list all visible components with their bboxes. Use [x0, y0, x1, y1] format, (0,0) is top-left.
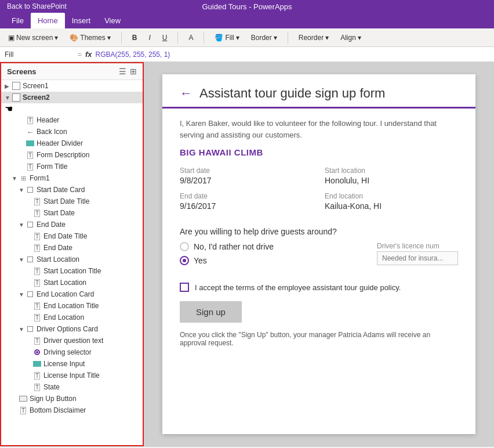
tree-item-formdescription[interactable]: ▶ T Form Description — [1, 149, 143, 161]
back-icon-icon: ← — [26, 127, 35, 136]
drive-radios: No, I'd rather not drive Yes — [180, 242, 365, 273]
drivingselector-label: Driving selector — [43, 348, 92, 356]
tree-item-headerdivider[interactable]: ▶ Header Divider — [1, 138, 143, 149]
tree-item-startdate[interactable]: ▶ T Start Date — [1, 207, 143, 219]
radio-no-label: No, I'd rather not drive — [194, 242, 274, 251]
border-button[interactable]: Border ▾ — [248, 32, 281, 43]
tree-item-licenseinputtitle[interactable]: ▶ T License Input Title — [1, 370, 143, 381]
font-color-button[interactable]: A — [185, 32, 197, 43]
bold-button[interactable]: B — [129, 32, 141, 43]
startdatetitle-label: Start Date Title — [43, 197, 89, 205]
fill-button[interactable]: 🪣 Fill ▾ — [211, 32, 242, 43]
reorder-button[interactable]: Reorder ▾ — [295, 32, 332, 43]
new-screen-icon: ▣ — [8, 34, 14, 42]
driverquestion-text-icon: T — [32, 336, 42, 345]
align-button[interactable]: Align ▾ — [337, 32, 365, 43]
tree-item-screen2[interactable]: ▼ Screen2 — [1, 92, 143, 103]
tree-item-startlocationtitle[interactable]: ▶ T Start Location Title — [1, 265, 143, 277]
disclaimer-text: Once you click the "Sign Up" button, you… — [180, 331, 458, 347]
italic-button[interactable]: I — [145, 32, 154, 43]
form-dates-grid: Start date 9/8/2017 Start location Honol… — [180, 167, 458, 218]
formula-bar: Fill = fx RGBA(255, 255, 255, 1) — [0, 47, 494, 62]
tree-item-endlocationtitle[interactable]: ▶ T End Location Title — [1, 300, 143, 312]
new-screen-button[interactable]: ▣ New screen ▾ — [5, 32, 61, 43]
screens-title: Screens — [7, 67, 37, 76]
property-selector[interactable]: Fill — [5, 50, 74, 59]
licence-input[interactable] — [377, 251, 458, 265]
screens-panel: Screens ☰ ⊞ ▶ Screen1 ▼ Screen2 ☚ — [0, 62, 144, 446]
tree-item-enddategroup[interactable]: ▼ End Date — [1, 219, 143, 230]
menu-insert[interactable]: Insert — [65, 13, 98, 28]
tree-item-header[interactable]: ▶ T Header — [1, 114, 143, 126]
tree-item-driverquestion[interactable]: ▶ T Driver question text — [1, 335, 143, 346]
formula-value[interactable]: RGBA(255, 255, 255, 1) — [96, 50, 170, 59]
grid-view-icon[interactable]: ⊞ — [130, 67, 137, 76]
formdescription-label: Form Description — [37, 151, 89, 159]
tree-item-startdatetitle[interactable]: ▶ T Start Date Title — [1, 196, 143, 207]
drive-row: No, I'd rather not drive Yes Driver's li… — [180, 242, 458, 273]
tree-item-enddate[interactable]: ▶ T End Date — [1, 242, 143, 254]
menu-view[interactable]: View — [97, 13, 128, 28]
terms-checkbox[interactable] — [180, 283, 189, 292]
start-location-value: Honolulu, HI — [325, 176, 458, 185]
drive-question: Are you willing to help drive guests aro… — [180, 227, 458, 236]
driving-selector-icon — [32, 348, 42, 357]
tree-item-backicon[interactable]: ▶ ← Back Icon — [1, 126, 143, 138]
licenseinputtitle-text-icon: T — [32, 371, 42, 380]
tree-item-formtitle[interactable]: ▶ T Form Title — [1, 161, 143, 172]
tree-item-screen1[interactable]: ▶ Screen1 — [1, 80, 143, 92]
fill-chevron-icon: ▾ — [236, 34, 239, 42]
radio-no-item[interactable]: No, I'd rather not drive — [180, 242, 365, 251]
end-location-label: End location — [325, 192, 458, 200]
terms-row[interactable]: I accept the terms of the employee assis… — [180, 283, 458, 292]
enddatetitle-text-icon: T — [32, 232, 42, 241]
menu-file[interactable]: File — [5, 13, 31, 28]
tree-item-licenseinput[interactable]: ▶ License Input — [1, 358, 143, 370]
formula-equals: = — [78, 50, 82, 59]
tree-item-drivingselector[interactable]: ▶ Driving selector — [1, 346, 143, 358]
underline-button[interactable]: U — [159, 32, 171, 43]
radio-yes-item[interactable]: Yes — [180, 256, 365, 265]
screen2-label: Screen2 — [23, 93, 50, 102]
tree-item-state[interactable]: ▶ T State — [1, 381, 143, 393]
licence-section: Driver's licence num — [377, 242, 458, 273]
menu-home[interactable]: Home — [31, 13, 65, 28]
toolbar-separator-2 — [177, 32, 178, 44]
tree-item-form1[interactable]: ▼ ⊞ Form1 — [1, 172, 143, 184]
radio-group: No, I'd rather not drive Yes — [180, 242, 365, 265]
themes-button[interactable]: 🎨 Themes ▾ — [66, 32, 114, 43]
startdatetitle-text-icon: T — [32, 197, 42, 206]
state-text-icon: T — [32, 382, 42, 392]
menu-bar: File Home Insert View — [0, 13, 494, 28]
headerdivider-label: Header Divider — [37, 139, 83, 147]
tree-item-enddatetitle[interactable]: ▶ T End Date Title — [1, 230, 143, 242]
driverquestion-label: Driver question text — [43, 337, 103, 345]
signup-button[interactable]: Sign up — [180, 301, 242, 323]
form1-icon: ⊞ — [19, 174, 28, 183]
formula-fx-icon: fx — [85, 50, 92, 59]
tree-item-endlocationcard[interactable]: ▼ End Location Card — [1, 288, 143, 300]
toolbar-separator-1 — [121, 32, 122, 44]
end-date-value: 9/16/2017 — [180, 201, 313, 211]
screen2-icon — [12, 93, 21, 102]
endlocation-label: End Location — [43, 313, 84, 321]
form-back-arrow-icon[interactable]: ← — [180, 86, 192, 101]
tree-item-startlocationgroup[interactable]: ▼ Start Location — [1, 254, 143, 265]
tree-item-signupbtn[interactable]: ▶ Sign Up Button — [1, 393, 143, 404]
reorder-chevron-icon: ▾ — [325, 34, 329, 42]
back-to-sharepoint-link[interactable]: Back to SharePoint — [7, 2, 67, 10]
tree-item-startdatecard[interactable]: ▼ Start Date Card — [1, 184, 143, 196]
endlocationtitle-text-icon: T — [32, 301, 42, 310]
tree-item-bottomdisclaimer[interactable]: ▶ T Bottom Disclaimer — [1, 404, 143, 416]
list-view-icon[interactable]: ☰ — [119, 67, 126, 76]
themes-icon: 🎨 — [70, 34, 78, 42]
licenseinput-label: License Input — [43, 360, 85, 368]
startlocationgroup-label: Start Location — [37, 255, 79, 263]
bottomdisclaimer-label: Bottom Disclaimer — [30, 406, 86, 414]
form-description: I, Karen Baker, would like to volunteer … — [180, 118, 458, 140]
tree-item-endlocation[interactable]: ▶ T End Location — [1, 312, 143, 323]
screens-header-icons: ☰ ⊞ — [119, 67, 137, 76]
tree-item-startlocation[interactable]: ▶ T Start Location — [1, 277, 143, 288]
start-date-value: 9/8/2017 — [180, 176, 313, 185]
tree-item-driveroptions[interactable]: ▼ Driver Options Card — [1, 323, 143, 335]
